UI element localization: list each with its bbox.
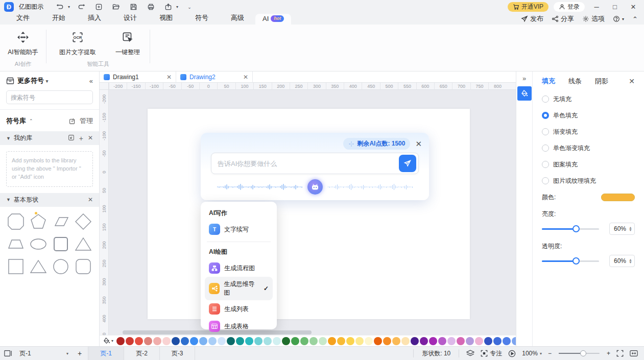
close-tab-icon[interactable]: ✕ xyxy=(166,74,172,81)
layers-button[interactable] xyxy=(463,350,478,357)
open-vip-button[interactable]: 开通VIP xyxy=(508,2,548,12)
palette-color[interactable] xyxy=(190,337,198,345)
palette-color[interactable] xyxy=(273,337,281,345)
page-panel-icon[interactable] xyxy=(0,350,16,357)
ai-menu-item-生成思维导图[interactable]: 生成思维导图✓ xyxy=(205,277,273,300)
palette-color[interactable] xyxy=(144,337,152,345)
palette-color[interactable] xyxy=(365,337,373,345)
manage-library-button[interactable]: 管理 xyxy=(69,116,93,126)
close-library-icon[interactable]: ✕ xyxy=(88,134,93,142)
shape-ellipse[interactable] xyxy=(28,233,49,255)
palette-color[interactable] xyxy=(447,337,456,345)
close-shapes-icon[interactable]: ✕ xyxy=(88,196,93,203)
doc-tab-Drawing2[interactable]: Drawing2✕ xyxy=(176,71,253,82)
basic-shapes-header[interactable]: ▼ 基本形状 ✕ xyxy=(0,193,99,207)
fill-option-无填充[interactable]: 无填充 xyxy=(540,91,637,107)
menu-tab-高级[interactable]: 高级 xyxy=(220,12,255,25)
zoom-out-button[interactable]: − xyxy=(545,350,555,357)
palette-color[interactable] xyxy=(466,337,474,345)
menu-tab-开始[interactable]: 开始 xyxy=(41,12,77,25)
library-collapse-icon[interactable]: ⌃ xyxy=(29,118,33,124)
auto-arrange-button[interactable]: 一键整理 xyxy=(107,29,148,57)
palette-color[interactable] xyxy=(116,337,125,345)
shape-circle[interactable] xyxy=(50,256,71,277)
fill-color-swatch[interactable] xyxy=(601,194,635,201)
zoom-in-button[interactable]: + xyxy=(604,350,613,357)
panel-tab-线条[interactable]: 线条 xyxy=(568,77,582,86)
opacity-slider[interactable] xyxy=(542,260,599,262)
fill-option-渐变填充[interactable]: 渐变填充 xyxy=(540,124,637,140)
palette-color[interactable] xyxy=(337,337,345,345)
panel-tab-填充[interactable]: 填充 xyxy=(542,77,555,86)
fill-option-图片或纹理填充[interactable]: 图片或纹理填充 xyxy=(540,173,637,189)
canvas-area[interactable]: Drawing1✕Drawing2✕ -200-150-100-50-50050… xyxy=(100,71,516,346)
palette-color[interactable] xyxy=(282,337,290,345)
shape-diamond[interactable] xyxy=(73,211,94,232)
focus-mode-button[interactable]: 专注 xyxy=(478,349,505,358)
shape-rounded-square-bold[interactable] xyxy=(50,233,71,255)
shape-triangle[interactable] xyxy=(28,256,49,277)
close-button[interactable]: ✕ xyxy=(627,2,640,12)
palette-color[interactable] xyxy=(309,337,318,345)
undo-dropdown-caret[interactable]: ▾ xyxy=(68,5,70,9)
collapse-ribbon-button[interactable]: ⌃ xyxy=(632,15,638,23)
menu-tab-设计[interactable]: 设计 xyxy=(112,12,148,25)
palette-color[interactable] xyxy=(374,337,382,345)
fill-option-单色渐变填充[interactable]: 单色渐变填充 xyxy=(540,140,637,156)
shape-octagon[interactable] xyxy=(5,211,27,232)
shape-rounded-square[interactable] xyxy=(73,256,94,277)
doc-tab-Drawing1[interactable]: Drawing1✕ xyxy=(100,71,176,82)
save-button[interactable] xyxy=(127,2,139,12)
fill-tool-button[interactable] xyxy=(517,86,532,101)
palette-color[interactable] xyxy=(475,337,483,345)
palette-color[interactable] xyxy=(328,337,336,345)
login-button[interactable]: 登录 xyxy=(554,2,585,12)
palette-color[interactable] xyxy=(401,337,410,345)
palette-color[interactable] xyxy=(245,337,253,345)
symbol-search-input[interactable] xyxy=(7,94,93,101)
share-button[interactable]: 分享 xyxy=(552,14,574,23)
page-tab-页-2[interactable]: 页-2 xyxy=(124,347,159,360)
page-tab-页-1[interactable]: 页-1 xyxy=(88,347,124,360)
minimize-button[interactable]: ─ xyxy=(590,2,603,12)
palette-color[interactable] xyxy=(503,337,511,345)
menu-tab-视图[interactable]: 视图 xyxy=(148,12,184,25)
opacity-spinner[interactable]: 60%▲▼ xyxy=(609,255,635,267)
panel-close-icon[interactable]: ✕ xyxy=(629,77,635,85)
palette-color[interactable] xyxy=(291,337,299,345)
palette-color[interactable] xyxy=(493,337,502,345)
palette-color[interactable] xyxy=(181,337,189,345)
redo-button[interactable] xyxy=(75,2,87,12)
my-library-header[interactable]: ▼ 我的库 + ✕ xyxy=(0,131,99,145)
more-symbols-button[interactable]: 更多符号 ▾ xyxy=(17,76,48,85)
menu-tab-文件[interactable]: 文件 xyxy=(5,12,41,25)
ai-menu-item-生成列表[interactable]: 生成列表 xyxy=(205,300,273,318)
palette-color[interactable] xyxy=(438,337,446,345)
shape-square[interactable] xyxy=(5,256,27,277)
palette-color[interactable] xyxy=(254,337,263,345)
collapse-sidebar-icon[interactable]: « xyxy=(89,77,93,85)
fill-option-图案填充[interactable]: 图案填充 xyxy=(540,156,637,173)
ai-prompt-input[interactable] xyxy=(218,160,399,167)
fit-width-button[interactable] xyxy=(627,350,644,357)
palette-color[interactable] xyxy=(319,337,327,345)
palette-color[interactable] xyxy=(153,337,161,345)
palette-color[interactable] xyxy=(135,337,143,345)
ai-assistant-button[interactable]: AI智能助手 xyxy=(0,29,46,57)
palette-color[interactable] xyxy=(429,337,437,345)
palette-color[interactable] xyxy=(411,337,419,345)
panel-tab-阴影[interactable]: 阴影 xyxy=(595,77,608,86)
menu-tab-AI[interactable]: AIhot xyxy=(255,14,291,25)
expand-panel-icon[interactable]: » xyxy=(522,75,526,82)
palette-color[interactable] xyxy=(172,337,180,345)
palette-color[interactable] xyxy=(355,337,364,345)
palette-color[interactable] xyxy=(383,337,391,345)
fill-option-单色填充[interactable]: 单色填充 xyxy=(540,107,637,124)
page-selector-dropdown[interactable]: 页-1▾ xyxy=(16,349,71,358)
ai-dialog-close-icon[interactable]: ✕ xyxy=(415,139,422,149)
palette-color[interactable] xyxy=(236,337,244,345)
shape-trapezoid[interactable] xyxy=(5,233,27,255)
palette-color[interactable] xyxy=(420,337,428,345)
menu-tab-符号[interactable]: 符号 xyxy=(184,12,220,25)
ocr-extract-button[interactable]: OCR 图片文字提取 xyxy=(47,29,108,57)
